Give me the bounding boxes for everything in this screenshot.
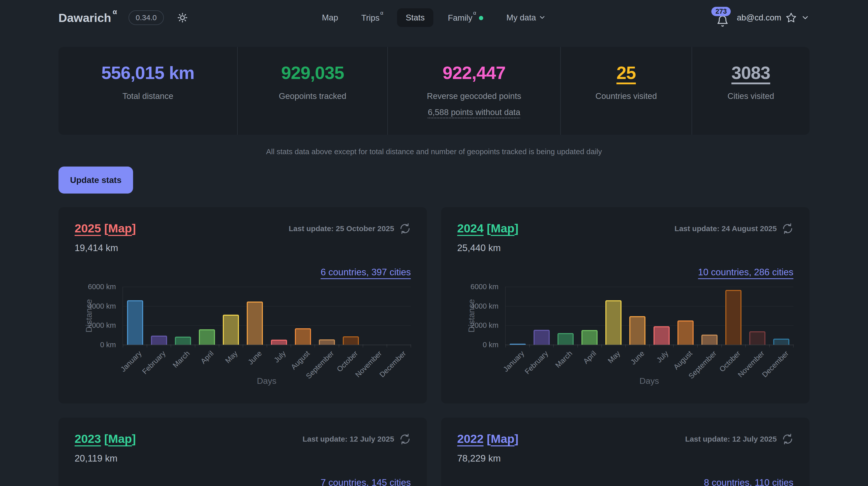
bar-may[interactable] bbox=[606, 300, 621, 345]
bar-march[interactable] bbox=[558, 333, 574, 345]
stat-label: Geopoints tracked bbox=[279, 91, 346, 101]
x-tick-label-july: July bbox=[655, 349, 670, 364]
bar-august[interactable] bbox=[678, 320, 693, 345]
bracket-open: [ bbox=[101, 222, 108, 235]
navbar-right: 273 ab@cd.com bbox=[716, 8, 809, 28]
year-link-2023[interactable]: 2023 bbox=[74, 432, 101, 446]
bar-october[interactable] bbox=[725, 290, 742, 345]
nav-link-family[interactable]: Familyα bbox=[439, 8, 492, 27]
countries-cities-link[interactable]: 7 countries, 145 cities bbox=[320, 478, 411, 486]
year-cards-grid: 2025 [Map]Last update: 25 October 202519… bbox=[59, 207, 809, 486]
refresh-icon[interactable] bbox=[782, 223, 794, 234]
x-axis-labels: JanuaryFebruaryMarchAprilMayJuneJulyAugu… bbox=[505, 345, 794, 375]
bar-june[interactable] bbox=[629, 316, 646, 345]
x-tick-label-july: July bbox=[273, 349, 287, 364]
x-tick-label-october: October bbox=[718, 349, 742, 373]
bar-march[interactable] bbox=[175, 337, 191, 345]
brand-alpha-sup: α bbox=[113, 8, 117, 16]
nav-link-map[interactable]: Map bbox=[313, 8, 346, 27]
year-link-2024[interactable]: 2024 bbox=[457, 222, 484, 235]
bell-icon bbox=[716, 15, 729, 28]
bar-july[interactable] bbox=[271, 340, 287, 345]
countries-cities-row: 10 countries, 286 cities bbox=[457, 267, 794, 278]
version-badge: 0.34.0 bbox=[128, 10, 163, 25]
bar-august[interactable] bbox=[295, 328, 311, 345]
year-map-link-2023[interactable]: Map bbox=[108, 432, 132, 446]
year-title: 2024 [Map] bbox=[457, 221, 519, 235]
chevron-down-icon bbox=[801, 13, 809, 22]
year-link-2025[interactable]: 2025 bbox=[74, 222, 101, 235]
bar-june[interactable] bbox=[247, 302, 263, 345]
year-map-link-2025[interactable]: Map bbox=[108, 222, 132, 235]
nav-link-trips[interactable]: Tripsα bbox=[353, 8, 391, 27]
last-update-label: Last update: 12 July 2025 bbox=[303, 435, 395, 444]
year-card-2023: 2023 [Map]Last update: 12 July 202520,11… bbox=[59, 418, 427, 486]
sun-icon bbox=[177, 12, 188, 23]
year-card-2025: 2025 [Map]Last update: 25 October 202519… bbox=[59, 207, 427, 403]
plot-area bbox=[123, 287, 411, 345]
y-tick-label: 2000 km bbox=[470, 321, 498, 330]
countries-cities-link[interactable]: 10 countries, 286 cities bbox=[698, 267, 794, 277]
nav-link-my-data[interactable]: My data bbox=[498, 8, 555, 27]
x-tick-label-january: January bbox=[119, 349, 143, 373]
y-axis-ticks: 6000 km4000 km2000 km0 km bbox=[74, 287, 117, 345]
brand-text: Dawarich bbox=[59, 11, 111, 25]
refresh-icon[interactable] bbox=[782, 433, 794, 445]
update-stats-button[interactable]: Update stats bbox=[59, 167, 133, 194]
chevron-down-icon bbox=[538, 13, 546, 21]
year-distance: 25,440 km bbox=[457, 243, 794, 253]
y-tick-label: 4000 km bbox=[88, 302, 116, 310]
y-tick-label: 0 km bbox=[483, 341, 498, 349]
x-tick-label-june: June bbox=[629, 349, 646, 366]
refresh-icon[interactable] bbox=[399, 433, 411, 445]
x-tick-label-february: February bbox=[523, 349, 550, 376]
year-link-2022[interactable]: 2022 bbox=[457, 432, 484, 446]
bracket-open: [ bbox=[484, 432, 491, 446]
bar-july[interactable] bbox=[653, 326, 670, 345]
gridline bbox=[123, 325, 411, 326]
summary-stats-panel: 556,015 kmTotal distance929,035Geopoints… bbox=[59, 47, 809, 135]
y-tick-label: 6000 km bbox=[470, 283, 498, 291]
countries-cities-row: 6 countries, 397 cities bbox=[74, 267, 411, 278]
x-tick-label-may: May bbox=[224, 349, 240, 365]
bar-november[interactable] bbox=[749, 331, 766, 345]
online-dot bbox=[479, 16, 483, 20]
gridline bbox=[505, 287, 794, 287]
bar-april[interactable] bbox=[582, 330, 597, 345]
nav-link-alpha-sup: α bbox=[380, 10, 383, 16]
last-update-label: Last update: 12 July 2025 bbox=[685, 435, 777, 444]
bar-october[interactable] bbox=[343, 336, 359, 345]
year-distance: 20,119 km bbox=[74, 453, 411, 464]
user-menu[interactable]: ab@cd.com bbox=[737, 12, 809, 24]
bar-february[interactable] bbox=[151, 336, 167, 345]
brand-logo[interactable]: Dawarichα bbox=[59, 11, 116, 25]
x-tick-label-august: August bbox=[672, 349, 694, 371]
bracket-open: [ bbox=[101, 432, 108, 446]
bar-september[interactable] bbox=[702, 335, 717, 345]
gridline bbox=[123, 306, 411, 307]
refresh-icon[interactable] bbox=[399, 223, 411, 234]
points-without-data-link[interactable]: 6,588 points without data bbox=[428, 108, 520, 117]
notifications-button[interactable]: 273 bbox=[716, 8, 729, 28]
nav-link-stats[interactable]: Stats bbox=[397, 8, 433, 27]
y-tick-label: 6000 km bbox=[88, 283, 116, 291]
distance-chart-2024: Distance6000 km4000 km2000 km0 kmJanuary… bbox=[457, 287, 794, 386]
bar-may[interactable] bbox=[223, 315, 239, 345]
star-icon bbox=[785, 12, 797, 24]
year-title: 2023 [Map] bbox=[74, 432, 136, 446]
bar-april[interactable] bbox=[199, 329, 215, 345]
x-tick-label-april: April bbox=[582, 349, 598, 365]
theme-toggle-button[interactable] bbox=[177, 12, 188, 23]
last-update: Last update: 25 October 2025 bbox=[289, 223, 411, 234]
bar-december[interactable] bbox=[773, 339, 789, 345]
bar-january[interactable] bbox=[127, 300, 143, 345]
year-map-link-2022[interactable]: Map bbox=[491, 432, 515, 446]
nav-link-label: Family bbox=[448, 13, 472, 23]
countries-cities-link[interactable]: 6 countries, 397 cities bbox=[320, 267, 411, 277]
year-map-link-2024[interactable]: Map bbox=[491, 222, 515, 235]
y-tick-label: 0 km bbox=[100, 341, 116, 349]
bar-february[interactable] bbox=[533, 330, 550, 345]
bar-september[interactable] bbox=[319, 339, 335, 345]
x-tick-label-may: May bbox=[607, 349, 622, 365]
countries-cities-link[interactable]: 8 countries, 110 cities bbox=[704, 478, 794, 486]
